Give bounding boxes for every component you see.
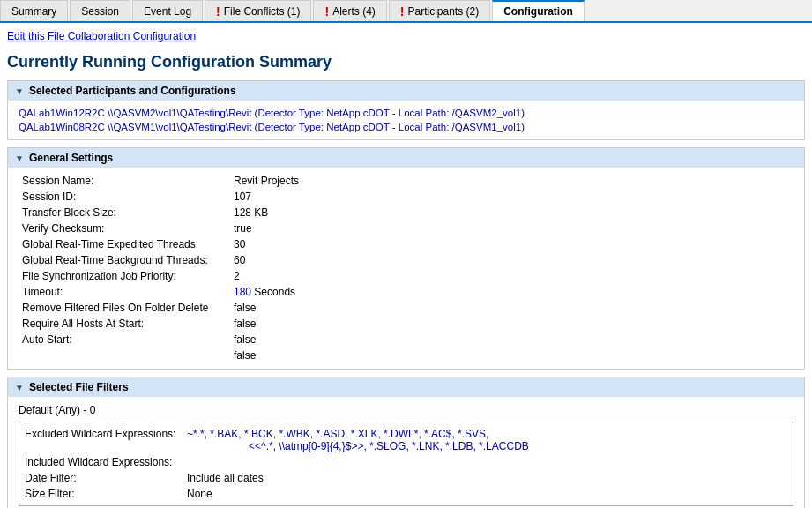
tab-participants-label: Participants (2) [407, 5, 479, 18]
warn-icon-conflicts: ! [216, 4, 220, 19]
tab-participants[interactable]: ! Participants (2) [389, 0, 490, 21]
tab-alerts[interactable]: ! Alerts (4) [313, 0, 386, 21]
row-session-name: Session Name: Revit Projects [19, 173, 793, 189]
tab-fileconflicts-label: File Conflicts (1) [224, 5, 301, 18]
val-sync-priority: 2 [230, 268, 793, 284]
tab-fileconflicts[interactable]: ! File Conflicts (1) [205, 0, 311, 21]
tab-summary-label: Summary [11, 5, 56, 18]
excluded-row: Excluded Wildcard Expressions: ~*.*, *.B… [25, 426, 787, 454]
size-value: None [187, 488, 787, 500]
row-session-id: Session ID: 107 [19, 189, 793, 205]
val-auto-start: false [230, 347, 793, 363]
row-auto-start: false [19, 347, 793, 363]
size-filter-row: Size Filter: None [25, 486, 787, 502]
row-sync-priority: File Synchronization Job Priority: 2 [19, 268, 793, 284]
triangle-participants: ▼ [15, 86, 24, 96]
participants-section: ▼ Selected Participants and Configuratio… [7, 80, 805, 140]
tab-summary[interactable]: Summary [0, 0, 68, 21]
date-value: Include all dates [187, 472, 787, 484]
settings-table: Session Name: Revit Projects Session ID:… [19, 173, 793, 363]
val-transfer-block: 128 KB [230, 205, 793, 220]
participant-line-1: QALab1Win12R2C \\QASVM2\vol1\QATesting\R… [19, 106, 793, 120]
tab-eventlog-label: Event Log [144, 5, 191, 18]
filters-header[interactable]: ▼ Selected File Filters [8, 377, 804, 397]
key-auto-start [19, 347, 230, 363]
val-background-threads: 60 [230, 252, 793, 268]
included-label: Included Wildcard Expressions: [25, 456, 183, 468]
val-remove-filtered: false [230, 316, 793, 332]
included-value [187, 456, 787, 468]
edit-link[interactable]: Edit this File Collaboration Configurati… [0, 23, 812, 48]
general-settings-section: ▼ General Settings Session Name: Revit P… [7, 147, 805, 370]
row-require-hosts: Auto Start: false [19, 332, 793, 347]
key-remove-filtered: Require All Hosts At Start: [19, 316, 230, 332]
tab-configuration[interactable]: Configuration [492, 0, 585, 21]
triangle-filters: ▼ [15, 383, 24, 392]
key-expedited-threads: Global Real-Time Expedited Threads: [19, 236, 230, 252]
general-settings-label: General Settings [29, 152, 113, 164]
key-sync-priority: File Synchronization Job Priority: [19, 268, 230, 284]
excluded-value: ~*.*, *.BAK, *.BCK, *.WBK, *.ASD, *.XLK,… [187, 428, 787, 452]
val-session-name: Revit Projects [230, 173, 793, 189]
val-require-hosts: false [230, 332, 793, 347]
tab-eventlog[interactable]: Event Log [132, 0, 203, 21]
participants-header[interactable]: ▼ Selected Participants and Configuratio… [8, 81, 804, 101]
tab-session[interactable]: Session [70, 0, 130, 21]
key-background-threads: Global Real-Time Background Threads: [19, 252, 230, 268]
row-expedited-threads: Global Real-Time Expedited Threads: 30 [19, 236, 793, 252]
key-verify-checksum: Verify Checksum: [19, 220, 230, 236]
page-title: Currently Running Configuration Summary [0, 48, 812, 80]
row-verify-checksum: Verify Checksum: true [19, 220, 793, 236]
size-label: Size Filter: [25, 488, 183, 500]
participant-line-2: QALab1Win08R2C \\QASVM1\vol1\QATesting\R… [19, 120, 793, 134]
default-filter-label: Default (Any) - 0 [19, 402, 793, 418]
tab-alerts-label: Alerts (4) [332, 5, 376, 18]
val-timeout: 180 Seconds [230, 284, 793, 300]
val-timeout-num: 180 [234, 286, 251, 298]
val-verify-checksum: true [230, 220, 793, 236]
content-area: Edit this File Collaboration Configurati… [0, 23, 812, 508]
key-transfer-block: Transfer Block Size: [19, 205, 230, 220]
general-settings-header[interactable]: ▼ General Settings [8, 148, 804, 168]
warn-icon-alerts: ! [324, 4, 329, 19]
excluded-label: Excluded Wildcard Expressions: [25, 428, 183, 452]
filters-body: Default (Any) - 0 Excluded Wildcard Expr… [8, 397, 804, 508]
triangle-general: ▼ [15, 153, 24, 163]
row-background-threads: Global Real-Time Background Threads: 60 [19, 252, 793, 268]
key-session-name: Session Name: [19, 173, 230, 189]
row-remove-filtered: Require All Hosts At Start: false [19, 316, 793, 332]
tab-bar: Summary Session Event Log ! File Conflic… [0, 0, 812, 23]
key-timeout: Timeout: [19, 284, 230, 300]
date-label: Date Filter: [25, 472, 183, 484]
date-filter-row: Date Filter: Include all dates [25, 470, 787, 486]
participants-header-label: Selected Participants and Configurations [29, 85, 236, 97]
included-row: Included Wildcard Expressions: [25, 454, 787, 470]
filters-section: ▼ Selected File Filters Default (Any) - … [7, 377, 805, 508]
participants-body: QALab1Win12R2C \\QASVM2\vol1\QATesting\R… [8, 101, 804, 139]
warn-icon-participants: ! [400, 4, 405, 19]
val-session-id: 107 [230, 189, 793, 205]
val-expedited-threads: 30 [230, 236, 793, 252]
filter-inner-box: Excluded Wildcard Expressions: ~*.*, *.B… [19, 422, 793, 506]
row-timeout: Timeout: 180 Seconds [19, 284, 793, 300]
filters-header-label: Selected File Filters [29, 381, 129, 393]
tab-session-label: Session [81, 5, 119, 18]
key-session-id: Session ID: [19, 189, 230, 205]
key-require-hosts: Auto Start: [19, 332, 230, 347]
tab-configuration-label: Configuration [503, 5, 573, 18]
row-scan-delay: Remove Filtered Files On Folder Delete f… [19, 300, 793, 316]
general-settings-body: Session Name: Revit Projects Session ID:… [8, 168, 804, 369]
row-transfer-block: Transfer Block Size: 128 KB [19, 205, 793, 220]
val-scan-delay: false [230, 300, 793, 316]
key-scan-delay: Remove Filtered Files On Folder Delete [19, 300, 230, 316]
